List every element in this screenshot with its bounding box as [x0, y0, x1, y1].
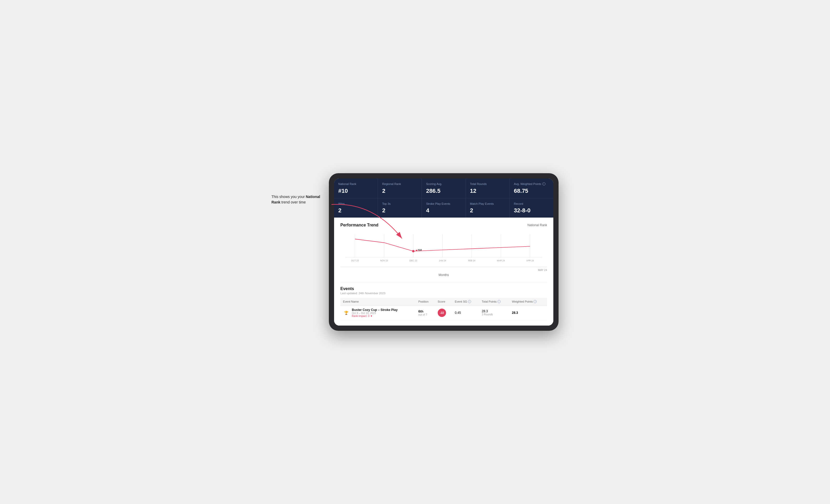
event-position: 6th — [418, 309, 433, 313]
events-table-header-row: Event Name Position Score — [340, 298, 547, 305]
svg-point-8 — [412, 250, 414, 252]
info-icon-avg-weighted: i — [542, 182, 545, 186]
chart-svg: #10 OCT 23 NOV 23 DEC 23 JAN 24 FEB 24 M… — [340, 231, 547, 267]
svg-text:JAN 24: JAN 24 — [439, 259, 446, 262]
col-event-sg: Event SG i — [452, 298, 479, 305]
stat-national-rank-label: National Rank — [338, 182, 374, 186]
svg-point-9 — [416, 250, 417, 251]
event-sg-value: 0.45 — [455, 311, 461, 314]
tablet-screen: National Rank #10 Regional Rank 2 Scorin… — [334, 178, 553, 326]
events-section: Events Last updated: 24th November 2023 … — [340, 282, 547, 321]
national-rank-chart-label: National Rank — [528, 223, 547, 227]
performance-chart: #10 OCT 23 NOV 23 DEC 23 JAN 24 FEB 24 M… — [340, 231, 547, 267]
event-sg-cell: 0.45 — [452, 305, 479, 320]
stat-top3s-value: 2 — [382, 207, 417, 214]
stat-regional-rank: Regional Rank 2 — [378, 178, 421, 198]
stat-stroke-play-label: Stroke Play Events — [426, 202, 461, 206]
content-area: Performance Trend National Rank — [334, 217, 553, 326]
svg-text:MAR 24: MAR 24 — [497, 259, 505, 262]
stat-avg-weighted-points-value: 68.75 — [514, 188, 549, 194]
chart-annotation-text: #10 — [418, 248, 422, 251]
svg-text:FEB 24: FEB 24 — [468, 259, 475, 262]
stat-national-rank-value: #10 — [338, 188, 374, 194]
svg-text:OCT 23: OCT 23 — [351, 259, 359, 262]
col-weighted-points: Weighted Points i — [509, 298, 547, 305]
table-row: 🏆 Buster Cozy Cup – Stroke Play Oct 9 – … — [340, 305, 547, 320]
svg-text:DEC 23: DEC 23 — [410, 259, 417, 262]
event-total-points: 28.3 — [482, 309, 507, 313]
stat-total-rounds-label: Total Rounds — [470, 182, 505, 186]
performance-trend-header: Performance Trend National Rank — [340, 223, 547, 228]
events-title: Events — [340, 287, 547, 291]
event-total-rounds: 3 Rounds — [482, 313, 507, 316]
event-total-points-cell: 28.3 3 Rounds — [479, 305, 509, 320]
info-icon-weighted-points: i — [534, 300, 537, 303]
stat-scoring-avg: Scoring Avg. 286.5 — [422, 178, 466, 198]
event-weighted-points: 28.3 — [512, 311, 518, 314]
svg-text:APR 24: APR 24 — [526, 259, 534, 262]
stat-scoring-avg-value: 286.5 — [426, 188, 461, 194]
stat-total-rounds: Total Rounds 12 — [466, 178, 509, 198]
stats-row-1: National Rank #10 Regional Rank 2 Scorin… — [334, 178, 553, 198]
stat-avg-weighted-points-label: Avg. Weighted Points i — [514, 182, 549, 186]
events-last-updated: Last updated: 24th November 2023 — [340, 292, 547, 295]
stat-match-play: Match Play Events 2 — [466, 198, 509, 217]
info-icon-event-sg: i — [468, 300, 471, 303]
events-table: Event Name Position Score — [340, 298, 547, 321]
stat-stroke-play-value: 4 — [426, 207, 461, 214]
stat-wins: Wins 2 — [334, 198, 378, 217]
stat-regional-rank-label: Regional Rank — [382, 182, 417, 186]
event-weighted-points-cell: 28.3 — [509, 305, 547, 320]
event-position-cell: 6th out of 7 — [416, 305, 435, 320]
tablet-frame: National Rank #10 Regional Rank 2 Scorin… — [329, 173, 558, 331]
col-position: Position — [416, 298, 435, 305]
stat-record-value: 32-8-0 — [514, 207, 549, 214]
event-icon: 🏆 — [343, 310, 349, 316]
rank-impact: Rank Impact: 3 ▼ — [352, 314, 397, 317]
event-date: Oct 9 – Oct 10, 2023 — [352, 312, 397, 314]
event-score-cell: -22 — [435, 305, 452, 320]
score-badge: -22 — [438, 309, 446, 317]
stat-wins-label: Wins — [338, 202, 374, 206]
svg-text:NOV 23: NOV 23 — [380, 259, 388, 262]
stat-scoring-avg-label: Scoring Avg. — [426, 182, 461, 186]
stat-top3s: Top 3s 2 — [378, 198, 421, 217]
event-name: Buster Cozy Cup – Stroke Play — [352, 308, 397, 312]
stat-top3s-label: Top 3s — [382, 202, 417, 206]
stat-total-rounds-value: 12 — [470, 188, 505, 194]
stat-match-play-label: Match Play Events — [470, 202, 505, 206]
months-axis-label: Months — [340, 273, 547, 277]
col-event-name: Event Name — [340, 298, 416, 305]
annotation-text: This shows you your National Rank trend … — [272, 194, 324, 205]
col-score: Score — [435, 298, 452, 305]
col-total-points: Total Points i — [479, 298, 509, 305]
stat-match-play-value: 2 — [470, 207, 505, 214]
stat-national-rank: National Rank #10 — [334, 178, 378, 198]
stats-row-2: Wins 2 Top 3s 2 Stroke Play Events 4 Mat… — [334, 198, 553, 217]
chart-label-may24: MAY 24 — [538, 269, 547, 272]
stat-regional-rank-value: 2 — [382, 188, 417, 194]
stat-record-label: Record — [514, 202, 549, 206]
performance-trend-title: Performance Trend — [340, 223, 379, 228]
stat-stroke-play: Stroke Play Events 4 — [422, 198, 466, 217]
event-position-sub: out of 7 — [418, 313, 433, 316]
stat-wins-value: 2 — [338, 207, 374, 214]
stat-avg-weighted-points: Avg. Weighted Points i 68.75 — [510, 178, 553, 198]
event-name-cell: 🏆 Buster Cozy Cup – Stroke Play Oct 9 – … — [340, 305, 416, 320]
stat-record: Record 32-8-0 — [510, 198, 553, 217]
info-icon-total-points: i — [498, 300, 501, 303]
